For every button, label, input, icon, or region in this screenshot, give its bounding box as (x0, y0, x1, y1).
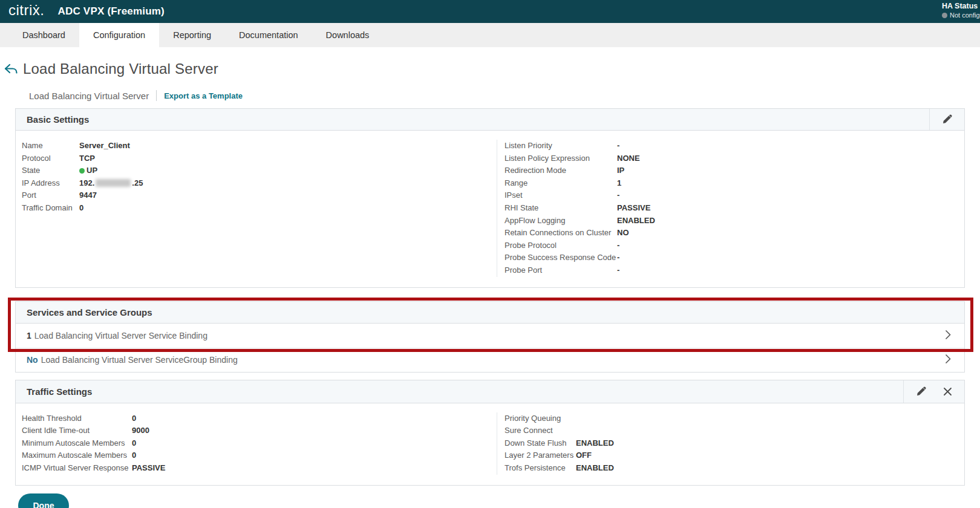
basic-settings-panel: Basic Settings Name Server_Client Protoc… (15, 108, 965, 288)
done-button[interactable]: Done (18, 493, 69, 508)
field-redirection-mode: Redirection Mode IP (505, 164, 964, 177)
field-layer2-parameters: Layer 2 Parameters OFF (505, 449, 964, 462)
chevron-right-icon (945, 354, 951, 366)
page-title: Load Balancing Virtual Server (23, 60, 218, 77)
field-probe-port: Probe Port - (505, 264, 964, 277)
field-priority-queuing: Priority Queuing (505, 412, 964, 425)
service-binding-row[interactable]: 1 Load Balancing Virtual Server Service … (16, 324, 964, 348)
field-retain-connections: Retain Connections on Cluster NO (505, 227, 964, 239)
field-appflow-logging: AppFlow Logging ENABLED (505, 215, 964, 227)
ha-status-block: HA Status Not configured (942, 2, 980, 19)
field-min-autoscale-members: Minimum Autoscale Members 0 (22, 437, 497, 450)
field-name: Name Server_Client (22, 140, 497, 152)
field-client-idle-timeout: Client Idle Time-out 9000 (22, 425, 497, 437)
field-port: Port 9447 (22, 189, 497, 202)
edit-pencil-icon[interactable] (916, 386, 926, 397)
app-title: ADC VPX (Freemium) (58, 5, 165, 18)
main-nav: Dashboard Configuration Reporting Docume… (0, 23, 980, 47)
close-icon[interactable] (943, 387, 952, 396)
field-ipset: IPset - (505, 189, 964, 202)
field-range: Range 1 (505, 177, 964, 190)
field-protocol: Protocol TCP (22, 152, 497, 165)
field-sure-connect: Sure Connect (505, 425, 964, 437)
nav-tab-reporting[interactable]: Reporting (159, 23, 225, 47)
field-traffic-domain: Traffic Domain 0 (22, 202, 497, 215)
services-panel: Services and Service Groups 1 Load Balan… (15, 301, 965, 373)
redacted-ip-segment (96, 179, 131, 187)
export-template-link[interactable]: Export as a Template (164, 91, 243, 100)
field-ip-address: IP Address 192..25 (22, 177, 497, 190)
nav-tab-configuration[interactable]: Configuration (79, 23, 159, 47)
traffic-settings-panel: Traffic Settings Health Threshold 0 (15, 380, 965, 486)
field-health-threshold: Health Threshold 0 (22, 412, 497, 425)
field-trofs-persistence: Trofs Persistence ENABLED (505, 462, 964, 475)
chevron-right-icon (945, 330, 951, 342)
ha-status-value: Not configured (950, 11, 980, 20)
field-state: State UP (22, 164, 497, 177)
field-icmp-virtual-server-response: ICMP Virtual Server Response PASSIVE (22, 462, 497, 475)
field-down-state-flush: Down State Flush ENABLED (505, 437, 964, 450)
services-title: Services and Service Groups (27, 307, 152, 318)
edit-pencil-icon[interactable] (942, 114, 952, 125)
field-probe-success-response-code: Probe Success Response Code - (505, 252, 964, 264)
app-header: citriẋ. ADC VPX (Freemium) HA Status Not… (0, 0, 980, 23)
servicegroup-binding-row[interactable]: No Load Balancing Virtual Server Service… (16, 348, 964, 372)
nav-tab-documentation[interactable]: Documentation (225, 23, 312, 47)
field-probe-protocol: Probe Protocol - (505, 239, 964, 252)
nav-tab-dashboard[interactable]: Dashboard (8, 23, 79, 47)
field-listen-priority: Listen Priority - (505, 140, 964, 152)
subnav-tab-label: Load Balancing Virtual Server (29, 91, 149, 101)
ha-status-label: HA Status (942, 2, 980, 11)
citrix-logo: citriẋ. (8, 3, 45, 20)
field-rhi-state: RHI State PASSIVE (505, 202, 964, 215)
traffic-settings-title: Traffic Settings (27, 386, 92, 397)
divider (156, 90, 157, 101)
field-listen-policy-expression: Listen Policy Expression NONE (505, 152, 964, 165)
nav-tab-downloads[interactable]: Downloads (312, 23, 384, 47)
back-arrow-icon[interactable] (4, 63, 18, 75)
ha-status-dot-icon (942, 13, 947, 18)
field-max-autoscale-members: Maximum Autoscale Members 0 (22, 449, 497, 462)
state-up-dot-icon (79, 168, 85, 174)
basic-settings-title: Basic Settings (27, 114, 89, 125)
